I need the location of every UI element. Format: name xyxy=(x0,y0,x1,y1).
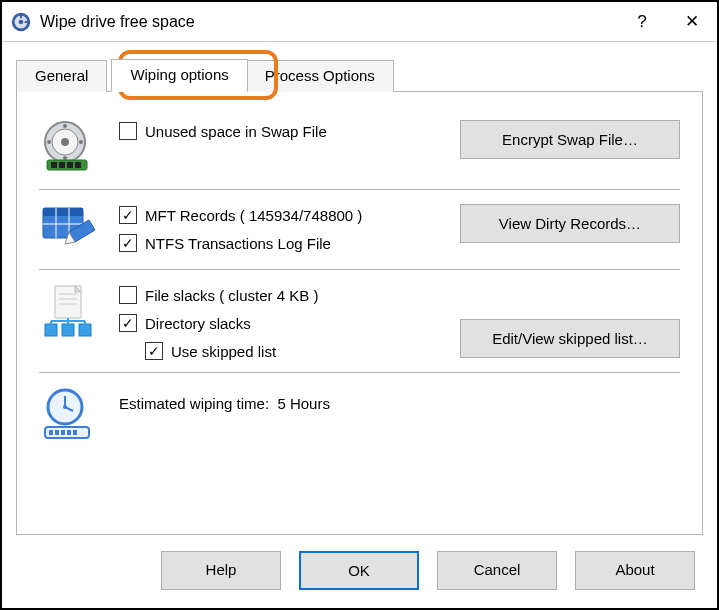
options-panel: Unused space in Swap File Encrypt Swap F… xyxy=(16,91,703,535)
ntfs-log-label: NTFS Transactions Log File xyxy=(145,235,331,252)
svg-point-11 xyxy=(79,140,83,144)
encrypt-swap-button[interactable]: Encrypt Swap File… xyxy=(460,120,680,159)
svg-rect-42 xyxy=(55,430,59,435)
estimated-time-label: Estimated wiping time: xyxy=(119,395,269,412)
svg-rect-44 xyxy=(67,430,71,435)
file-slacks-icon xyxy=(39,284,97,342)
file-slacks-checkbox[interactable]: File slacks ( cluster 4 KB ) xyxy=(119,286,460,304)
svg-rect-4 xyxy=(25,21,30,23)
svg-point-10 xyxy=(47,140,51,144)
svg-point-2 xyxy=(19,19,24,24)
safe-disk-icon xyxy=(39,120,97,174)
records-eraser-icon xyxy=(39,204,97,254)
close-button[interactable]: ✕ xyxy=(667,2,717,42)
svg-point-9 xyxy=(63,156,67,160)
svg-rect-43 xyxy=(61,430,65,435)
help-footer-button[interactable]: Help xyxy=(161,551,281,590)
estimated-time-value: 5 Hours xyxy=(277,395,330,412)
ok-button[interactable]: OK xyxy=(299,551,419,590)
help-button[interactable]: ? xyxy=(617,2,667,42)
ntfs-log-checkbox[interactable]: ✓ NTFS Transactions Log File xyxy=(119,234,460,252)
tab-general[interactable]: General xyxy=(16,60,107,92)
use-skipped-list-checkbox[interactable]: ✓ Use skipped list xyxy=(145,342,460,360)
use-skipped-list-label: Use skipped list xyxy=(171,343,276,360)
directory-slacks-label: Directory slacks xyxy=(145,315,251,332)
svg-point-8 xyxy=(63,124,67,128)
svg-rect-16 xyxy=(75,162,81,168)
tabstrip: General Wiping options Process Options xyxy=(2,42,717,91)
svg-rect-3 xyxy=(20,13,22,18)
tab-wiping-options[interactable]: Wiping options xyxy=(111,59,247,92)
slacks-row: File slacks ( cluster 4 KB ) ✓ Directory… xyxy=(39,269,680,372)
clock-progress-icon xyxy=(39,387,97,441)
unused-swap-label: Unused space in Swap File xyxy=(145,123,327,140)
view-dirty-records-button[interactable]: View Dirty Records… xyxy=(460,204,680,243)
mft-row: ✓ MFT Records ( 145934/748800 ) ✓ NTFS T… xyxy=(39,189,680,269)
estimated-time: Estimated wiping time: 5 Hours xyxy=(119,389,460,412)
svg-rect-18 xyxy=(43,208,83,216)
unused-swap-checkbox[interactable]: Unused space in Swap File xyxy=(119,122,460,140)
mft-records-checkbox[interactable]: ✓ MFT Records ( 145934/748800 ) xyxy=(119,206,460,224)
edit-skipped-list-button[interactable]: Edit/View skipped list… xyxy=(460,319,680,358)
button-bar: Help OK Cancel About xyxy=(2,535,717,608)
svg-rect-13 xyxy=(51,162,57,168)
svg-rect-15 xyxy=(67,162,73,168)
svg-rect-31 xyxy=(79,324,91,336)
svg-rect-41 xyxy=(49,430,53,435)
titlebar: Wipe drive free space ? ✕ xyxy=(2,2,717,42)
estimate-row: Estimated wiping time: 5 Hours xyxy=(39,372,680,456)
tab-process-options[interactable]: Process Options xyxy=(246,60,394,92)
file-slacks-label: File slacks ( cluster 4 KB ) xyxy=(145,287,318,304)
svg-point-7 xyxy=(61,138,69,146)
directory-slacks-checkbox[interactable]: ✓ Directory slacks xyxy=(119,314,460,332)
svg-rect-30 xyxy=(62,324,74,336)
swap-row: Unused space in Swap File Encrypt Swap F… xyxy=(39,106,680,189)
cancel-button[interactable]: Cancel xyxy=(437,551,557,590)
app-icon xyxy=(10,11,32,33)
window-title: Wipe drive free space xyxy=(40,13,617,31)
svg-rect-14 xyxy=(59,162,65,168)
about-button[interactable]: About xyxy=(575,551,695,590)
mft-records-label: MFT Records ( 145934/748800 ) xyxy=(145,207,362,224)
svg-rect-45 xyxy=(73,430,77,435)
svg-rect-29 xyxy=(45,324,57,336)
